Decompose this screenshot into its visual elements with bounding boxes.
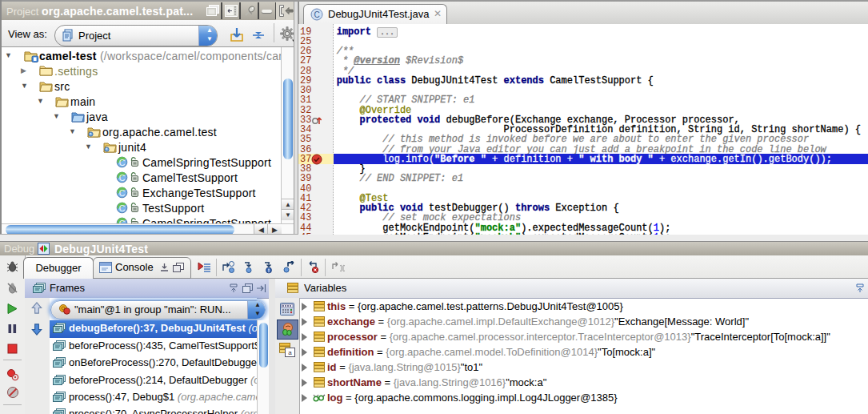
svg-text:C: C [119,188,126,198]
svg-text:C: C [119,173,126,183]
svg-text:C: C [119,203,126,213]
svg-text:C: C [314,10,319,19]
svg-text:C: C [119,158,126,167]
svg-text:a: a [288,349,292,356]
